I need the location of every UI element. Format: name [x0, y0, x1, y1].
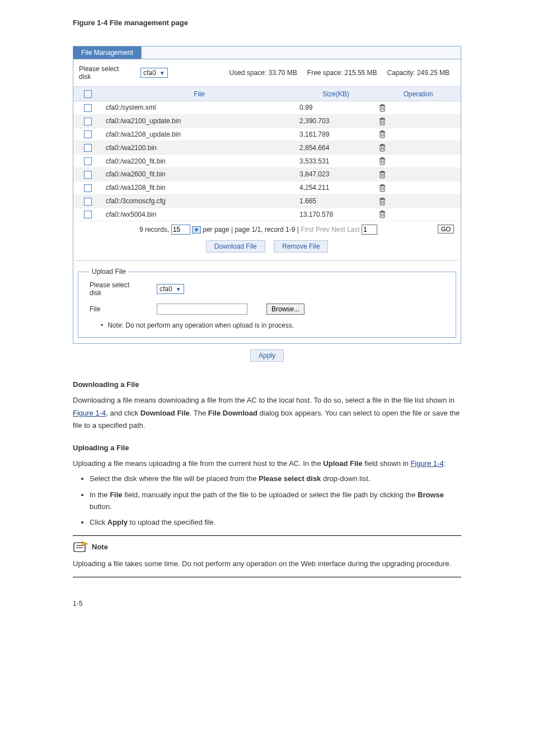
svg-rect-23	[380, 158, 385, 160]
trash-icon[interactable]	[379, 171, 386, 179]
svg-rect-30	[380, 186, 385, 192]
table-row: cfa0:/wx5004.bin13,170.578	[73, 208, 461, 221]
svg-rect-15	[380, 146, 385, 151]
table-row: cfa0:/wa2200_fit.bin3,533.531	[73, 155, 461, 168]
file-name: cfa0:/wa1208_update.bin	[102, 128, 296, 141]
svg-rect-14	[381, 130, 383, 132]
upload-disk-value: cfa0	[160, 285, 172, 293]
trash-icon[interactable]	[379, 144, 386, 152]
svg-rect-43	[380, 212, 385, 213]
free-space: Free space: 215.55 MB	[307, 69, 377, 77]
file-size: 3,847.023	[296, 168, 376, 181]
pager: 9 records, ▼ per page | page 1/1, record…	[73, 221, 461, 237]
upload-file-fieldset: Upload File Please select disk cfa0 ▼ Fi…	[78, 268, 456, 338]
svg-rect-10	[380, 132, 385, 138]
svg-rect-25	[380, 172, 385, 178]
file-name: cfa0:/wa2200_fit.bin	[102, 155, 296, 168]
upload-disk-select[interactable]: cfa0 ▼	[157, 284, 184, 294]
row-checkbox[interactable]	[84, 184, 92, 192]
upload-legend: Upload File	[90, 268, 128, 276]
col-file: File	[102, 87, 296, 101]
row-checkbox[interactable]	[84, 171, 92, 179]
svg-rect-20	[380, 159, 385, 165]
divider	[73, 577, 461, 577]
disk-select[interactable]: cfa0 ▼	[140, 68, 168, 78]
file-table: File Size(KB) Operation cfa0:/system.xml…	[73, 86, 461, 221]
col-size: Size(KB)	[296, 87, 376, 101]
browse-button[interactable]: Browse...	[266, 304, 305, 315]
tab-file-management[interactable]: File Management	[73, 46, 142, 59]
svg-rect-40	[380, 212, 385, 218]
table-row: cfa0:/wa1208_fit.bin4,254.211	[73, 181, 461, 194]
list-item: Select the disk where the file will be p…	[90, 473, 461, 485]
heading-download-file: Downloading a File	[73, 379, 461, 391]
trash-icon[interactable]	[379, 198, 386, 206]
download-paragraph: Downloading a file means downloading a f…	[73, 394, 461, 431]
row-checkbox[interactable]	[84, 157, 92, 165]
upload-note: Note: Do not perform any operation when …	[101, 321, 444, 329]
table-row: cfa0:/system.xml0.99	[73, 101, 461, 114]
list-item: Click Apply to upload the specified file…	[90, 517, 461, 529]
used-space: Used space: 33.70 MB	[229, 69, 297, 77]
note-body: Uploading a file takes some time. Do not…	[73, 558, 461, 570]
select-all-checkbox[interactable]	[84, 90, 92, 98]
chevron-down-icon[interactable]: ▼	[192, 226, 201, 234]
svg-rect-5	[380, 119, 385, 125]
list-item: In the File field, manually input the pa…	[90, 489, 461, 513]
capacity: Capacity: 249.25 MB	[387, 69, 449, 77]
per-page-input[interactable]	[171, 225, 190, 235]
row-checkbox[interactable]	[84, 211, 92, 218]
row-checkbox[interactable]	[84, 198, 92, 206]
pager-nav-links[interactable]: First Prev Next Last	[301, 226, 359, 234]
upload-file-label: File	[90, 305, 140, 313]
file-size: 3,161.789	[296, 128, 376, 141]
file-name: cfa0:/3comoscfg.cfg	[102, 194, 296, 208]
page-number-input[interactable]	[362, 225, 377, 235]
download-file-button[interactable]: Download File	[206, 240, 265, 253]
row-checkbox[interactable]	[84, 130, 92, 138]
svg-rect-34	[381, 184, 383, 185]
file-name: cfa0:/wa2100.bin	[102, 141, 296, 155]
file-size: 1.665	[296, 194, 376, 208]
upload-steps: Select the disk where the file will be p…	[73, 473, 461, 529]
svg-rect-28	[380, 171, 385, 172]
trash-icon[interactable]	[379, 184, 386, 192]
trash-icon[interactable]	[379, 130, 386, 138]
trash-icon[interactable]	[379, 211, 386, 218]
trash-icon[interactable]	[379, 104, 386, 112]
table-row: cfa0:/wa2100.bin2,854.664	[73, 141, 461, 155]
table-row: cfa0:/wa1208_update.bin3,161.789	[73, 128, 461, 141]
chevron-down-icon: ▼	[160, 70, 165, 76]
remove-file-button[interactable]: Remove File	[274, 240, 328, 253]
row-checkbox[interactable]	[84, 104, 92, 112]
upload-paragraph: Uploading a file means uploading a file …	[73, 458, 461, 470]
svg-rect-29	[381, 171, 383, 172]
table-row: cfa0:/wa2600_fit.bin3,847.023	[73, 168, 461, 181]
upload-file-input[interactable]	[157, 304, 247, 315]
col-operation: Operation	[376, 87, 461, 101]
divider	[73, 535, 461, 536]
svg-rect-8	[380, 118, 385, 119]
trash-icon[interactable]	[379, 118, 386, 125]
link-figure-1-4[interactable]: Figure 1-4	[410, 459, 443, 468]
go-button[interactable]: GO	[438, 225, 454, 234]
apply-button[interactable]: Apply	[250, 349, 284, 362]
upload-disk-label: Please select disk	[90, 281, 140, 297]
svg-rect-3	[380, 105, 385, 106]
page-number: 1-5	[73, 600, 534, 608]
chevron-down-icon: ▼	[176, 286, 181, 292]
svg-rect-9	[381, 118, 383, 119]
svg-rect-18	[380, 145, 385, 146]
file-management-panel: File Management Please select disk cfa0 …	[73, 46, 461, 344]
link-figure-1-4[interactable]: Figure 1-4	[73, 409, 106, 417]
heading-upload-file: Uploading a File	[73, 442, 461, 454]
svg-rect-39	[381, 198, 383, 199]
trash-icon[interactable]	[379, 157, 386, 165]
file-size: 3,533.531	[296, 155, 376, 168]
row-checkbox[interactable]	[84, 144, 92, 152]
file-name: cfa0:/wx5004.bin	[102, 208, 296, 221]
svg-rect-44	[381, 211, 383, 212]
file-size: 13,170.578	[296, 208, 376, 221]
row-checkbox[interactable]	[84, 118, 92, 125]
svg-rect-0	[380, 106, 385, 111]
